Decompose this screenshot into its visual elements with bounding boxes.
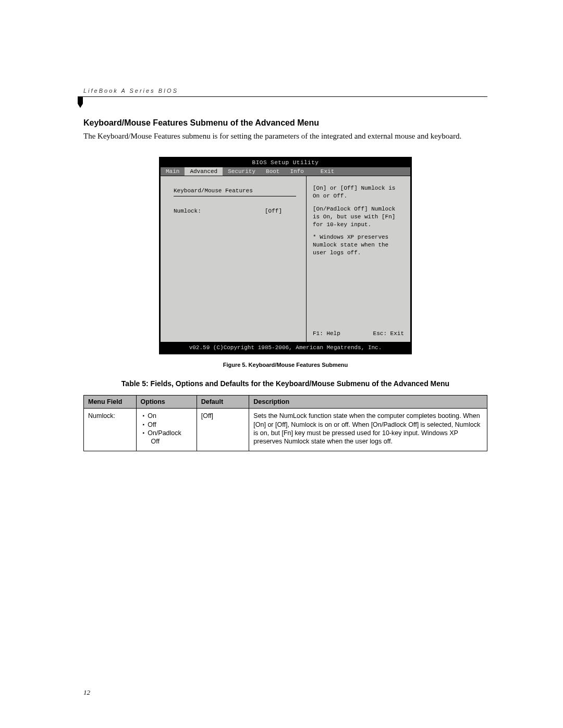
td-options: On Off On/Padlock Off	[136, 409, 197, 451]
bios-tab-boot[interactable]: Boot	[261, 167, 285, 176]
bios-tab-advanced[interactable]: Advanced	[185, 167, 223, 176]
bios-field-value: [Off]	[265, 208, 282, 214]
section-body: The Keyboard/Mouse Features submenu is f…	[83, 131, 487, 141]
bios-help-p2: [On/Padlock Off] Numlock is On, but use …	[313, 205, 404, 229]
page: LifeBook A Series BIOS Keyboard/Mouse Fe…	[0, 0, 563, 728]
bios-window: BIOS Setup Utility Main Advanced Securit…	[159, 157, 412, 354]
bios-field-row[interactable]: Numlock: [Off]	[174, 208, 297, 214]
running-header: LifeBook A Series BIOS	[83, 88, 178, 94]
bios-key-hints: F1: Help Esc: Exit	[313, 327, 404, 337]
option-off: Off	[143, 421, 192, 429]
bios-help-p3: * Windows XP preserves Numlock state whe…	[313, 233, 404, 257]
bios-menubar: Main Advanced Security Boot Info Exit	[161, 167, 410, 176]
figure-caption: Figure 5. Keyboard/Mouse Features Submen…	[83, 362, 487, 368]
content-area: Keyboard/Mouse Features Submenu of the A…	[83, 118, 487, 451]
page-number: 12	[83, 688, 90, 697]
th-options: Options	[136, 396, 197, 409]
th-description: Description	[249, 396, 487, 409]
th-menu-field: Menu Field	[84, 396, 137, 409]
td-description: Sets the NumLock function state when the…	[249, 409, 487, 451]
bios-figure: BIOS Setup Utility Main Advanced Securit…	[159, 157, 412, 354]
bios-key-exit: Esc: Exit	[373, 330, 404, 337]
th-default: Default	[197, 396, 249, 409]
table-header-row: Menu Field Options Default Description	[84, 396, 487, 409]
section-title: Keyboard/Mouse Features Submenu of the A…	[83, 118, 487, 128]
bios-tab-exit[interactable]: Exit	[315, 167, 339, 176]
bios-tab-main[interactable]: Main	[161, 167, 185, 176]
bios-submenu-title: Keyboard/Mouse Features	[174, 188, 297, 194]
bios-left-pane: Keyboard/Mouse Features Numlock: [Off]	[161, 176, 306, 342]
bios-tab-security[interactable]: Security	[223, 167, 261, 176]
option-on-padlock: On/Padlock	[143, 429, 192, 437]
bios-tab-info[interactable]: Info	[285, 167, 309, 176]
bios-submenu-rule	[174, 196, 296, 196]
td-default: [Off]	[197, 409, 249, 451]
option-on: On	[143, 412, 192, 420]
option-on-padlock-cont: Off	[143, 437, 192, 446]
bios-footer: v02.59 (C)Copyright 1985-2006, American …	[161, 342, 410, 353]
table-row: Numlock: On Off On/Padlock Off [Off] Set…	[84, 409, 487, 451]
bios-key-help: F1: Help	[313, 330, 340, 337]
bios-body: Keyboard/Mouse Features Numlock: [Off] […	[161, 176, 410, 342]
td-menu-field: Numlock:	[84, 409, 137, 451]
bios-help-text: [On] or [Off] Numlock is On or Off. [On/…	[313, 184, 404, 262]
bios-help-p1: [On] or [Off] Numlock is On or Off.	[313, 184, 404, 200]
bios-field-label: Numlock:	[174, 208, 265, 214]
header-marker-icon	[78, 96, 85, 108]
options-list: On Off On/Padlock Off	[141, 412, 192, 446]
svg-marker-0	[78, 96, 83, 108]
table-title: Table 5: Fields, Options and Defaults fo…	[83, 379, 487, 388]
bios-title: BIOS Setup Utility	[161, 158, 410, 167]
bios-help-pane: [On] or [Off] Numlock is On or Off. [On/…	[306, 176, 410, 342]
options-table: Menu Field Options Default Description N…	[83, 395, 487, 451]
header-rule	[81, 96, 487, 97]
